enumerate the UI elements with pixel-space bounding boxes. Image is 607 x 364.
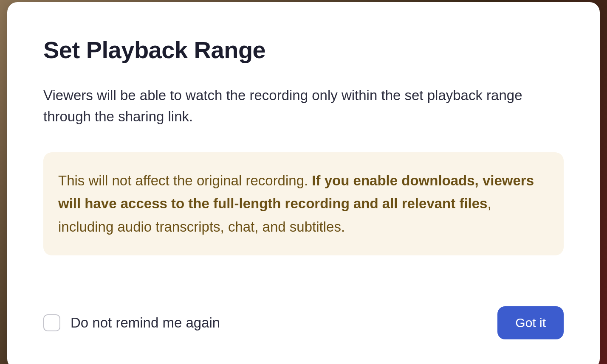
notice-box: This will not affect the original record…	[43, 152, 564, 255]
modal-description: Viewers will be able to watch the record…	[43, 85, 564, 127]
notice-text: This will not affect the original record…	[58, 169, 549, 238]
modal-footer: Do not remind me again Got it	[43, 306, 564, 339]
do-not-remind-label: Do not remind me again	[71, 315, 220, 331]
notice-text-before: This will not affect the original record…	[58, 173, 312, 188]
do-not-remind-checkbox[interactable]	[43, 314, 60, 331]
got-it-button[interactable]: Got it	[497, 306, 564, 339]
modal-title: Set Playback Range	[43, 36, 564, 64]
do-not-remind-group[interactable]: Do not remind me again	[43, 314, 220, 331]
playback-range-modal: Set Playback Range Viewers will be able …	[7, 2, 600, 364]
